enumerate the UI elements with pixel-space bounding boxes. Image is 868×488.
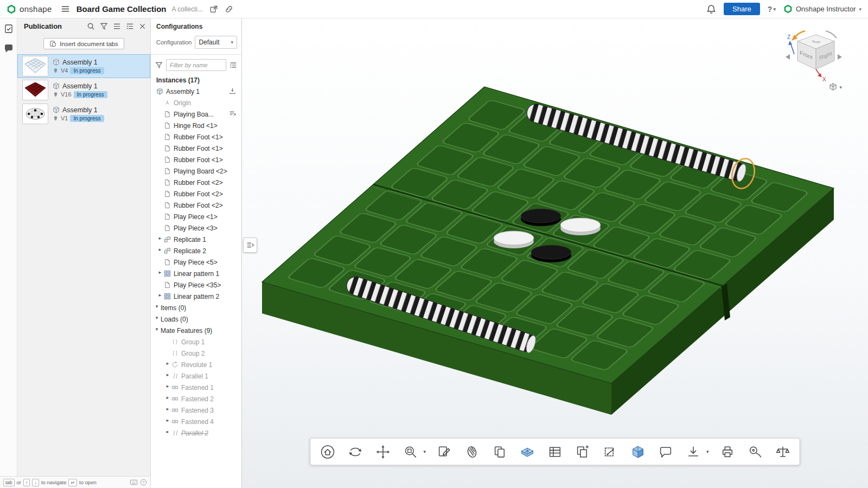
expand-arrow-icon[interactable]: ▸ <box>164 383 171 389</box>
comment-button[interactable] <box>656 442 675 461</box>
tree-item[interactable]: ▸Fastened 3 <box>151 404 241 416</box>
insert-icon[interactable] <box>229 87 236 96</box>
tree-item[interactable]: Playing Boa... <box>151 108 241 120</box>
help-icon[interactable]: ? <box>140 479 147 486</box>
tree-item[interactable]: ▸Parallel 1 <box>151 370 241 382</box>
list-view-button[interactable] <box>113 22 121 30</box>
help-menu[interactable]: ? ▾ <box>768 5 776 14</box>
rotate-right-arrow-icon[interactable] <box>838 54 842 60</box>
tree-item[interactable]: Play Piece <3> <box>151 222 241 234</box>
insert-document-tabs-button[interactable]: Insert document tabs <box>43 38 124 49</box>
expand-arrow-icon[interactable]: ▸ <box>157 247 163 252</box>
copy-link-button[interactable] <box>225 5 233 14</box>
main-menu-button[interactable] <box>61 4 70 14</box>
outline-view-button[interactable] <box>126 22 134 30</box>
expand-arrow-icon[interactable]: ▸ <box>164 361 171 366</box>
tree-item[interactable]: Play Piece <5> <box>151 256 241 268</box>
expand-arrow-icon[interactable]: ▸ <box>157 292 163 298</box>
bom-table-button[interactable] <box>546 442 564 461</box>
tree-item[interactable]: ▾Items (0) <box>151 302 241 313</box>
expand-arrow-icon[interactable]: ▸ <box>157 235 163 241</box>
named-views-button[interactable] <box>490 442 509 461</box>
expand-panel-button[interactable] <box>243 237 257 253</box>
section-view-button[interactable] <box>463 442 481 461</box>
expand-arrow-icon[interactable]: ▾ <box>154 315 160 320</box>
filter-by-name-input[interactable] <box>166 59 226 71</box>
filter-button[interactable] <box>100 22 108 30</box>
tree-item[interactable]: Assembly 1 <box>151 86 241 97</box>
tree-item[interactable]: ▸Fastened 1 <box>151 382 241 393</box>
tree-item[interactable]: ▸Replicate 2 <box>151 245 241 256</box>
tree-item[interactable]: Group 2 <box>151 348 241 359</box>
tree-item[interactable]: Play Piece <35> <box>151 279 241 291</box>
tree-item[interactable]: Group 1 <box>151 336 241 348</box>
publication-item[interactable]: Assembly 1 V16 In progress <box>17 78 150 102</box>
expand-arrow-icon[interactable]: ▸ <box>164 372 171 377</box>
standard-views-button[interactable] <box>518 442 537 461</box>
share-button[interactable]: Share <box>724 3 760 15</box>
measure-button[interactable] <box>746 442 764 461</box>
expand-arrow-icon[interactable]: ▸ <box>164 429 171 434</box>
configuration-dropdown[interactable]: Default ▾ <box>195 36 237 49</box>
search-button[interactable] <box>87 22 95 30</box>
view-cube[interactable]: Top Front Right Z X <box>782 27 853 95</box>
tree-options-button[interactable] <box>229 61 237 69</box>
filter-icon[interactable] <box>155 61 163 69</box>
roll-arrow-right-icon[interactable] <box>826 31 837 38</box>
onshape-logo[interactable]: onshape <box>7 4 52 14</box>
configured-icon[interactable] <box>229 110 236 119</box>
publication-item[interactable]: Assembly 1 V1 In progress <box>17 102 150 126</box>
tree-item[interactable]: Playing Board <2> <box>151 165 241 177</box>
expand-arrow-icon[interactable]: ▾ <box>154 304 160 309</box>
graphics-viewport[interactable]: Top Front Right Z X ▾ ▾▾ <box>242 18 868 488</box>
expand-arrow-icon[interactable]: ▸ <box>164 395 171 400</box>
markup-button[interactable] <box>435 442 454 461</box>
3d-scene[interactable] <box>242 18 868 488</box>
expand-arrow-icon[interactable]: ▸ <box>164 406 171 412</box>
tree-item[interactable]: Rubber Foot <1> <box>151 131 241 143</box>
tree-item[interactable]: ▸Linear pattern 1 <box>151 268 241 279</box>
mass-properties-button[interactable] <box>774 442 792 461</box>
pan-button[interactable] <box>373 442 392 461</box>
orbit-button[interactable] <box>346 442 364 461</box>
game-piece-white[interactable] <box>494 231 534 248</box>
publication-item[interactable]: Assembly 1 V4 In progress <box>17 54 150 78</box>
tree-item[interactable]: ▸Fastened 2 <box>151 393 241 404</box>
tree-item[interactable]: Rubber Foot <2> <box>151 188 241 200</box>
tree-item[interactable]: Rubber Foot <1> <box>151 143 241 154</box>
rotate-left-arrow-icon[interactable] <box>786 54 790 60</box>
dimension-button[interactable] <box>601 442 620 461</box>
tree-item[interactable]: Rubber Foot <2> <box>151 177 241 188</box>
publication-panel-tab[interactable] <box>4 24 14 36</box>
tree-item[interactable]: ▸Linear pattern 2 <box>151 291 241 302</box>
tree-item[interactable]: ▾Mate Features (9) <box>151 325 241 336</box>
account-menu[interactable]: Onshape Instructor ▾ <box>783 4 861 14</box>
tree-item[interactable]: ▸Revolute 1 <box>151 359 241 370</box>
tree-item[interactable]: Rubber Foot <1> <box>151 154 241 165</box>
fit-view-button[interactable] <box>318 442 336 461</box>
game-piece-black[interactable] <box>531 245 571 262</box>
tree-item[interactable]: ▸Fastened 4 <box>151 416 241 427</box>
expand-arrow-icon[interactable]: ▸ <box>164 418 171 423</box>
open-document-button[interactable] <box>209 5 218 14</box>
expand-arrow-icon[interactable]: ▾ <box>154 326 160 332</box>
notifications-button[interactable] <box>706 4 716 14</box>
appearance-button[interactable] <box>629 442 647 461</box>
tree-item[interactable]: Hinge Rod <1> <box>151 120 241 131</box>
export-options-caret[interactable]: ▾ <box>706 449 709 454</box>
copy-document-button[interactable] <box>573 442 592 461</box>
tree-item[interactable]: Rubber Foot <2> <box>151 200 241 211</box>
tree-item[interactable]: Play Piece <1> <box>151 211 241 222</box>
comments-panel-tab[interactable] <box>4 43 14 55</box>
print-button[interactable] <box>718 442 737 461</box>
zoom-options-caret[interactable]: ▾ <box>423 449 426 454</box>
export-button[interactable] <box>684 442 703 461</box>
close-panel-button[interactable] <box>139 23 146 30</box>
expand-arrow-icon[interactable]: ▸ <box>157 269 163 275</box>
game-piece-black[interactable] <box>521 209 561 226</box>
view-options-button[interactable]: ▾ <box>828 82 842 92</box>
tree-item[interactable]: ▾Loads (0) <box>151 313 241 325</box>
game-piece-white[interactable] <box>560 218 601 235</box>
tree-item[interactable]: ▸Parallel 2 <box>151 427 241 439</box>
tree-item[interactable]: Origin <box>151 97 241 108</box>
